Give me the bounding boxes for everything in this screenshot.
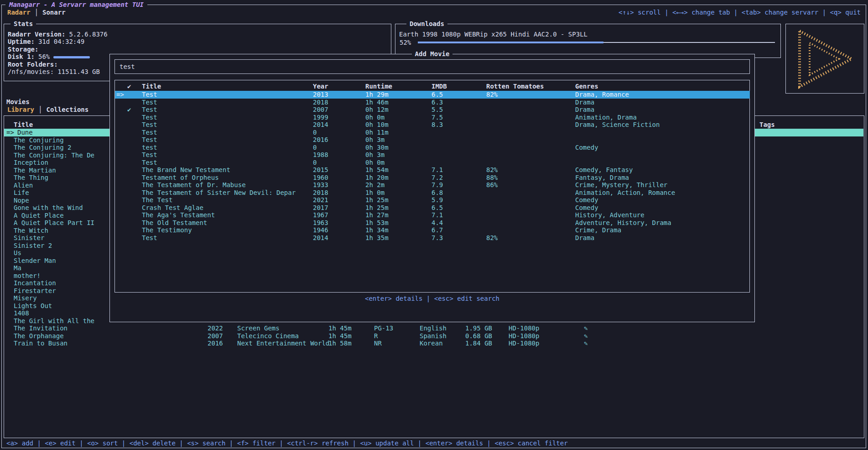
result-row[interactable]: The Test 2021 1h 25m 5.9 Comedy bbox=[115, 196, 750, 204]
disk-usage: Disk 1:56% bbox=[8, 53, 90, 61]
result-row[interactable]: The Testimony 1946 1h 34m 6.7 Crime, Dr​… bbox=[115, 226, 750, 234]
disk-percent: 56% bbox=[38, 53, 50, 60]
result-year-cell: 2018 bbox=[313, 189, 328, 197]
movie-title-cell: Us bbox=[14, 249, 21, 257]
movie-row[interactable]: The Invitation 2022 Screen Gems 1h 45m P… bbox=[4, 324, 863, 332]
result-row[interactable]: The Testament of Dr. Mabuse 1933 2h 2m 7… bbox=[115, 181, 750, 189]
result-row[interactable]: Test 2016 0h 3m bbox=[115, 136, 750, 144]
result-row[interactable]: Test 0 0h 11m bbox=[115, 129, 750, 136]
result-year-cell: 1946 bbox=[313, 226, 328, 234]
tab-sonarr[interactable]: Sonarr bbox=[42, 9, 66, 16]
movie-title-cell: Life bbox=[14, 189, 29, 197]
result-year-cell: 0 bbox=[313, 159, 317, 167]
result-year-cell: 2007 bbox=[313, 106, 328, 114]
result-rotten-tomatoes-cell: 82% bbox=[486, 91, 498, 99]
movie-title-cell: The Thing bbox=[14, 174, 48, 182]
result-genres-cell: Comedy, Fantasy bbox=[575, 166, 633, 174]
version-value: 5.2.6.8376 bbox=[69, 31, 107, 38]
result-row[interactable]: ✔ Test 2007 0h 12m 5.5 Drama bbox=[115, 106, 750, 114]
result-row[interactable]: => Test 2013 1h 29m 6.5 82% Drama, Roman… bbox=[115, 91, 750, 99]
result-runtime-cell: 0h 3m bbox=[365, 136, 385, 144]
result-row[interactable]: Test 2014 0h 10m 8.3 Drama, Science Fict… bbox=[115, 121, 750, 129]
result-title-cell: Test bbox=[142, 129, 157, 136]
result-row[interactable]: test 0 0h 30m Comedy bbox=[115, 144, 750, 152]
result-imdb-cell: 6.5 bbox=[431, 91, 443, 99]
movies-section-title: Movies bbox=[6, 98, 30, 106]
movie-search-input[interactable] bbox=[115, 60, 749, 73]
result-genres-cell: Fantasy, Drama bbox=[575, 174, 629, 182]
result-genres-cell: Drama bbox=[575, 106, 594, 114]
logo-panel bbox=[785, 24, 864, 94]
result-imdb-cell: 6.3 bbox=[431, 99, 443, 106]
top-keybind-help: <↑↓> scroll | <←→> change tab | <tab> ch… bbox=[619, 9, 861, 16]
result-row[interactable]: The Testament of Sister New Devil: Depar… bbox=[115, 189, 750, 197]
movie-runtime-cell: 1h 45m bbox=[328, 332, 352, 340]
result-row[interactable]: Crash Test Aglae 2017 1h 25m 6.5 Comedy bbox=[115, 204, 750, 212]
result-year-cell: 1933 bbox=[313, 181, 328, 189]
managarr-app: Managarr - A Servarr management TUI Rada… bbox=[0, 0, 868, 450]
movie-certification-cell: PG-13 bbox=[374, 324, 393, 332]
result-year-cell: 2014 bbox=[313, 234, 328, 242]
movie-title-cell: Sinister 2 bbox=[14, 242, 52, 250]
tab-collections[interactable]: Collections bbox=[46, 106, 88, 114]
tab-separator: │ bbox=[35, 9, 38, 16]
result-row[interactable]: Test 0 0h 0m bbox=[115, 159, 750, 167]
downloads-panel: Downloads Earth 1998 1080p WEBRip x265 H… bbox=[395, 24, 781, 58]
movie-quality-cell: HD-1080p bbox=[509, 340, 539, 347]
tab-library[interactable]: Library bbox=[7, 106, 34, 114]
result-title-cell: Test bbox=[142, 159, 157, 167]
app-title: Managarr - A Servarr management TUI bbox=[5, 1, 147, 9]
movie-language-cell: Korean bbox=[420, 340, 443, 347]
movie-size-cell: 0.68 GB bbox=[465, 332, 492, 340]
result-row[interactable]: Test 2014 1h 35m 7.3 82% Drama bbox=[115, 234, 750, 242]
download-item[interactable]: Earth 1998 1080p WEBRip x265 Hindi AAC2.… bbox=[399, 31, 587, 38]
result-row[interactable]: Testament of Orpheus 1960 1h 20m 7.2 88%… bbox=[115, 174, 750, 182]
result-title-cell: Test bbox=[142, 114, 157, 121]
result-runtime-cell: 1h 25m bbox=[365, 196, 389, 204]
movie-title-cell: The Invitation bbox=[14, 324, 68, 332]
result-year-cell: 1963 bbox=[313, 219, 328, 227]
result-title-cell: Crash Test Aglae bbox=[142, 204, 203, 212]
movie-language-cell: English bbox=[420, 324, 447, 332]
tags-column-header: Tags bbox=[759, 121, 775, 129]
result-row[interactable]: Test 2018 1h 46m 6.3 Drama bbox=[115, 99, 750, 106]
movie-title-cell: A Quiet Place bbox=[14, 212, 64, 220]
stats-panel-title: Stats bbox=[10, 20, 36, 27]
genres-column-header: Genres bbox=[575, 83, 598, 90]
result-row[interactable]: The Aga's Testament 1967 1h 27m 7.1 Hist… bbox=[115, 211, 750, 219]
result-genres-cell: Drama, Science Fiction bbox=[575, 121, 660, 129]
result-row[interactable]: Test 1988 0h 3m bbox=[115, 151, 750, 159]
movie-row[interactable]: The Orphanage 2007 Telecinco Cinema 1h 4… bbox=[4, 332, 863, 340]
result-row[interactable]: The Brand New Testament 2015 1h 54m 7.1 … bbox=[115, 166, 750, 174]
result-row[interactable]: The Old Testament 1963 1h 53m 4.4 Advent… bbox=[115, 219, 750, 227]
bottom-keybind-help: <a> add | <e> edit | <o> sort | <del> de… bbox=[6, 440, 568, 447]
result-imdb-cell: 5.5 bbox=[431, 106, 443, 114]
tab-radarr[interactable]: Radarr bbox=[7, 9, 31, 16]
result-imdb-cell: 6.7 bbox=[431, 226, 443, 234]
movie-title-cell: Firestarter bbox=[14, 287, 56, 295]
movie-title-cell: Slender Man bbox=[14, 257, 56, 265]
movie-language-cell: Spanish bbox=[420, 332, 447, 340]
result-imdb-cell: 6.8 bbox=[431, 189, 443, 197]
result-imdb-cell: 7.5 bbox=[431, 114, 443, 121]
result-title-cell: Test bbox=[142, 136, 157, 144]
storage-heading: Storage: bbox=[8, 46, 42, 53]
result-year-cell: 0 bbox=[313, 144, 317, 152]
result-genres-cell: Drama bbox=[575, 234, 594, 242]
result-runtime-cell: 1h 54m bbox=[365, 166, 389, 174]
result-genres-cell: Comedy bbox=[575, 196, 598, 204]
result-imdb-cell: 7.1 bbox=[431, 166, 443, 174]
result-genres-cell: Drama, Romance bbox=[575, 91, 629, 99]
movie-runtime-cell: 1h 58m bbox=[328, 340, 352, 347]
root-folders-label: Root Folders: bbox=[8, 61, 58, 68]
result-row[interactable]: Test 1999 0h 0m 7.5 Animation, Drama bbox=[115, 114, 750, 121]
result-year-cell: 1988 bbox=[313, 151, 328, 159]
results-list: => Test 2013 1h 29m 6.5 82% Drama, Roman… bbox=[115, 91, 750, 241]
result-title-cell: Test bbox=[142, 234, 157, 242]
result-runtime-cell: 2h 2m bbox=[365, 181, 385, 189]
movie-row[interactable]: Train to Busan 2016 Next Entertainment W… bbox=[4, 340, 863, 347]
movie-quality-cell: HD-1080p bbox=[509, 324, 539, 332]
result-title-cell: test bbox=[142, 144, 157, 152]
result-imdb-cell: 7.3 bbox=[431, 234, 443, 242]
selection-marker: => bbox=[116, 91, 124, 99]
